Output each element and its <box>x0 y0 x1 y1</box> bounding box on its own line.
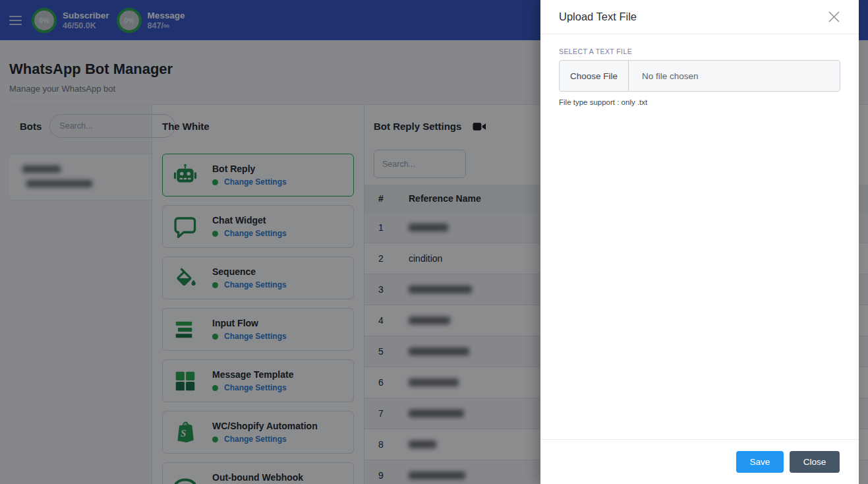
modal-title: Upload Text File <box>559 11 637 23</box>
file-input[interactable]: Choose File No file chosen <box>559 60 840 92</box>
file-helper-text: File type support : only .txt <box>559 98 840 106</box>
app-root: 0% Subscriber 46/50.0K 0% Message 847/∞ … <box>0 0 868 484</box>
close-button[interactable]: Close <box>790 451 840 473</box>
upload-text-file-modal: Upload Text File SELECT A TEXT FILE Choo… <box>540 0 859 484</box>
choose-file-button[interactable]: Choose File <box>560 61 629 91</box>
save-button[interactable]: Save <box>736 451 784 473</box>
close-icon[interactable] <box>828 11 840 23</box>
file-chosen-status: No file chosen <box>629 71 699 81</box>
file-field-label: SELECT A TEXT FILE <box>559 47 840 55</box>
